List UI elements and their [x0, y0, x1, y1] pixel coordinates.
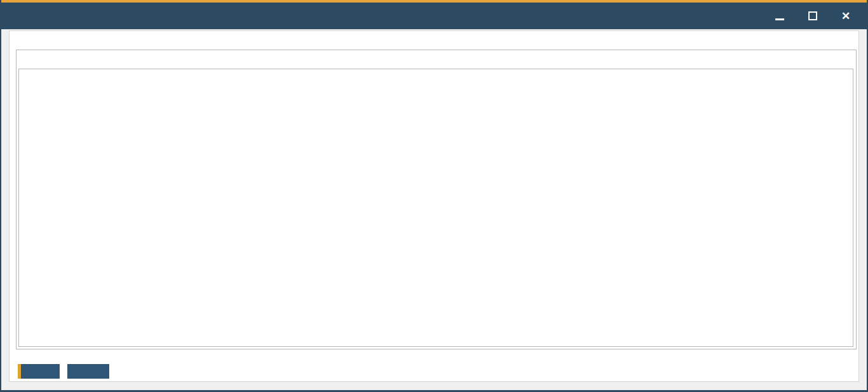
close-icon[interactable]: ✕: [839, 9, 853, 23]
cancel-button[interactable]: [67, 364, 109, 379]
minimize-icon[interactable]: [773, 9, 787, 23]
ok-button[interactable]: [18, 364, 60, 379]
titlebar: ✕: [0, 3, 868, 29]
maximize-icon[interactable]: [806, 9, 820, 23]
general-settings-dialog: [9, 30, 859, 382]
window-controls: ✕: [773, 3, 853, 29]
general-settings-window: ✕: [0, 0, 868, 392]
subtab-panel: [18, 69, 853, 347]
footer-buttons: [18, 364, 109, 379]
